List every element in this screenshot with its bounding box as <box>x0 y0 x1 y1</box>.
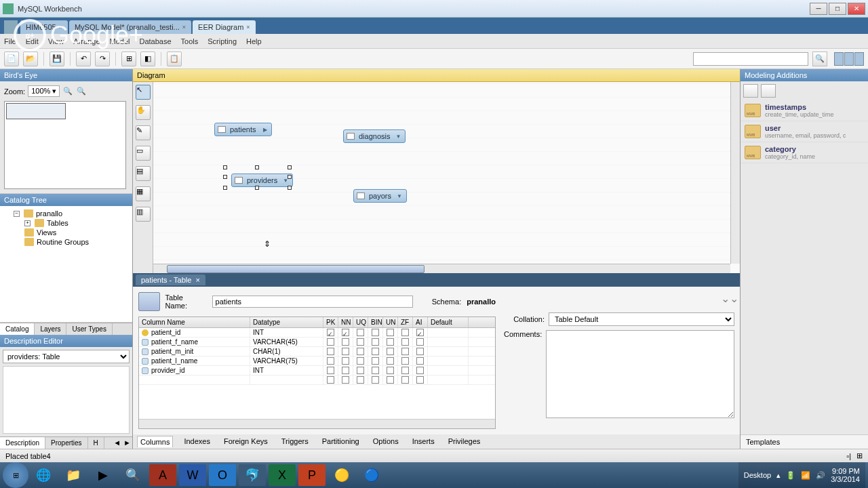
chevron-up-icon[interactable]: ▴ <box>776 471 781 480</box>
left-tab-catalog[interactable]: Catalog <box>0 323 35 335</box>
tab-indexes[interactable]: Indexes <box>181 436 213 447</box>
tree-schema[interactable]: −pranallo <box>3 209 130 218</box>
close-icon[interactable]: × <box>246 24 250 30</box>
tab-privileges[interactable]: Privileges <box>446 436 484 447</box>
empty-row[interactable] <box>139 375 495 385</box>
panel-toggle-3[interactable] <box>854 52 864 66</box>
sel-handle[interactable] <box>255 186 259 190</box>
search-icon[interactable]: 🔍 <box>812 52 827 66</box>
word-icon[interactable]: W <box>179 464 206 486</box>
pointer-tool[interactable]: ↖ <box>136 85 151 100</box>
explorer-icon[interactable]: 📁 <box>60 464 87 486</box>
tab-partitioning[interactable]: Partitioning <box>319 436 362 447</box>
start-button[interactable]: ⊞ <box>3 462 28 488</box>
v-scrollbar[interactable] <box>730 82 740 264</box>
column-row[interactable]: patient_m_init CHAR(1) <box>139 347 495 357</box>
close-icon[interactable]: × <box>59 24 62 30</box>
table-tool[interactable]: ▥ <box>136 207 151 222</box>
sel-handle[interactable] <box>255 165 259 169</box>
menu-model[interactable]: Model <box>110 37 130 45</box>
close-icon[interactable]: × <box>182 24 186 30</box>
table-providers[interactable]: providers ▼ <box>231 174 293 187</box>
doc-tab-0[interactable]: HIM6505× <box>20 20 68 34</box>
tree-tables[interactable]: +Tables <box>3 218 130 228</box>
search-input[interactable] <box>693 52 808 66</box>
sel-handle[interactable] <box>288 175 292 179</box>
sel-handle[interactable] <box>223 175 227 179</box>
column-row[interactable]: provider_id INT <box>139 366 495 375</box>
zoom-select[interactable]: 100% ▾ <box>28 85 60 97</box>
editor-tab[interactable]: patients - Table × <box>136 274 205 285</box>
app-icon[interactable]: 🔵 <box>358 464 385 486</box>
bottom-tab-h[interactable]: H <box>88 437 104 449</box>
note-tool[interactable]: ▤ <box>136 166 151 181</box>
tab-options[interactable]: Options <box>370 436 401 447</box>
left-tab-usertypes[interactable]: User Types <box>66 323 112 335</box>
menu-view[interactable]: View <box>48 37 64 45</box>
addition-item[interactable]: categorycategory_id, name <box>741 142 868 163</box>
sel-handle[interactable] <box>288 186 292 190</box>
chevron-left-icon[interactable]: ◄ <box>112 437 122 449</box>
workbench-icon[interactable]: 🐬 <box>239 464 266 486</box>
desc-select[interactable]: providers: Table <box>3 350 130 363</box>
close-button[interactable]: ✕ <box>848 3 865 15</box>
table-patients[interactable]: patients ▶ <box>214 123 272 136</box>
sel-handle[interactable] <box>288 165 292 169</box>
chrome-icon[interactable]: 🟡 <box>328 464 355 486</box>
menu-scripting[interactable]: Scripting <box>208 37 237 45</box>
desktop-label[interactable]: Desktop <box>744 471 771 479</box>
hand-tool[interactable]: ✋ <box>136 105 151 120</box>
tray-icon[interactable]: 🔋 <box>786 471 795 480</box>
maximize-button[interactable]: □ <box>829 3 846 15</box>
media-icon[interactable]: ▶ <box>90 464 117 486</box>
doc-tab-1[interactable]: MySQL Model* (pranallo_testi...× <box>69 20 191 34</box>
menu-edit[interactable]: Edit <box>26 37 39 45</box>
menu-file[interactable]: File <box>4 37 16 45</box>
magnify-icon[interactable]: 🔍 <box>119 464 146 486</box>
table-name-input[interactable] <box>212 296 413 308</box>
column-row[interactable]: patient_id INT <box>139 328 495 338</box>
addition-item[interactable]: timestampscreate_time, update_time <box>741 100 868 121</box>
redo-button[interactable]: ↷ <box>95 52 110 66</box>
close-icon[interactable]: × <box>195 276 199 284</box>
zoom-in-icon[interactable]: 🔍 <box>62 86 73 97</box>
open-button[interactable]: 📂 <box>23 52 38 66</box>
chevron-right-icon[interactable]: ► <box>122 437 132 449</box>
menu-tools[interactable]: Tools <box>181 37 199 45</box>
table-payors[interactable]: payors ▼ <box>353 189 407 203</box>
panel-toggle-2[interactable] <box>844 52 854 66</box>
tree-routines[interactable]: Routine Groups <box>3 237 130 247</box>
access-icon[interactable]: A <box>149 464 176 486</box>
doc-tab-2[interactable]: EER Diagram× <box>193 20 256 34</box>
panel-toggle-1[interactable] <box>834 52 844 66</box>
desc-body[interactable] <box>3 366 130 434</box>
edit-template-button[interactable] <box>761 84 776 98</box>
tab-columns[interactable]: Columns <box>137 436 173 447</box>
tray-icon[interactable]: 📶 <box>801 471 810 480</box>
tab-inserts[interactable]: Inserts <box>410 436 437 447</box>
grid-button[interactable]: ⊞ <box>121 52 136 66</box>
comments-input[interactable] <box>546 330 734 418</box>
tab-fk[interactable]: Foreign Keys <box>221 436 271 447</box>
templates-tab[interactable]: Templates <box>741 434 868 449</box>
powerpoint-icon[interactable]: P <box>298 464 326 486</box>
minimap[interactable] <box>4 101 126 189</box>
outlook-icon[interactable]: O <box>209 464 236 486</box>
column-row[interactable]: patient_f_name VARCHAR(45) <box>139 338 495 347</box>
sel-handle[interactable] <box>223 165 227 169</box>
excel-icon[interactable]: X <box>269 464 296 486</box>
menu-database[interactable]: Database <box>139 37 171 45</box>
export-button[interactable]: 📋 <box>167 52 182 66</box>
new-button[interactable]: 📄 <box>4 52 19 66</box>
grid-h-scrollbar[interactable] <box>139 419 495 428</box>
bottom-tab-props[interactable]: Properties <box>45 437 88 449</box>
menu-arrange[interactable]: Arrange <box>73 37 100 45</box>
table-diagnosis[interactable]: diagnosis ▼ <box>343 129 406 143</box>
eraser-tool[interactable]: ✎ <box>136 125 151 140</box>
diagram-canvas[interactable]: patients ▶ diagnosis ▼ providers ▼ <box>153 82 740 273</box>
left-tab-layers[interactable]: Layers <box>35 323 66 335</box>
tab-triggers[interactable]: Triggers <box>279 436 311 447</box>
menu-help[interactable]: Help <box>246 37 262 45</box>
sel-handle[interactable] <box>223 186 227 190</box>
column-row[interactable]: patient_l_name VARCHAR(75) <box>139 357 495 366</box>
